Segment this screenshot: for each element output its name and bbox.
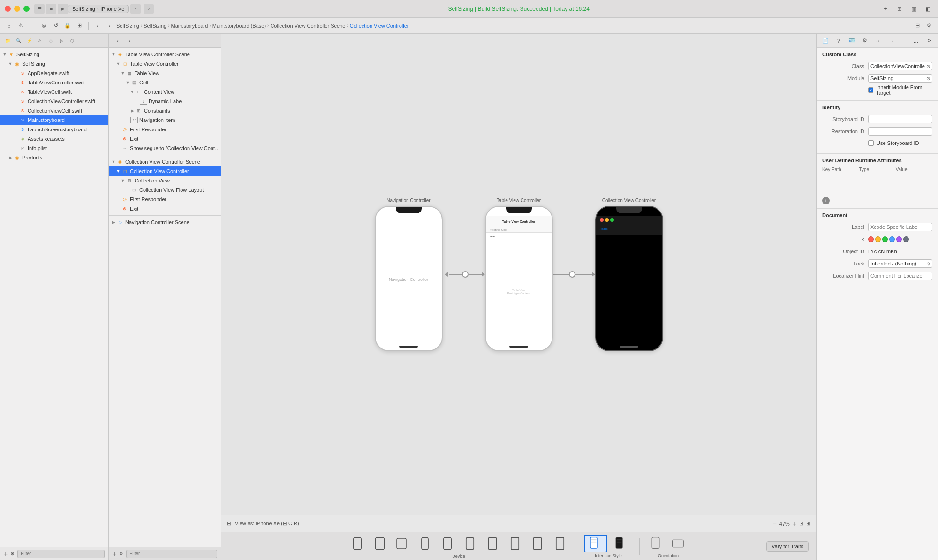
identity-inspector-icon[interactable]: 🪪 (847, 36, 857, 46)
size-inspector-icon[interactable]: ↔ (873, 36, 883, 46)
tree-group-selfsizing[interactable]: ▼ ▼ SelfSizing (0, 50, 108, 59)
device-btn-7[interactable] (482, 534, 503, 553)
back-button[interactable]: ‹ Back (600, 227, 608, 230)
tree-first-responder-2[interactable]: ◎ First Responder (109, 195, 221, 204)
interface-style-dark-btn[interactable] (609, 535, 633, 552)
use-storyboard-checkbox[interactable] (868, 140, 874, 146)
quick-help-icon[interactable]: ? (833, 36, 844, 46)
orientation-portrait-btn[interactable] (646, 535, 665, 552)
filter-magnify-icon[interactable]: ⚙ (119, 551, 123, 556)
nav-forward-icon[interactable]: › (104, 21, 114, 31)
source-nav-icon[interactable]: ⚡ (24, 36, 34, 45)
back-icon[interactable]: ‹ (130, 4, 141, 14)
inspector-toggle-icon[interactable]: ⊟ (912, 21, 923, 31)
device-btn-1[interactable] (347, 534, 368, 553)
gear-icon[interactable]: ⚙ (924, 21, 934, 31)
tree-file-tableviewcell[interactable]: S TableViewCell.swift (0, 87, 108, 97)
test-nav-icon[interactable]: ◇ (46, 36, 55, 45)
tree-file-assets[interactable]: ◈ Assets.xcassets (0, 134, 108, 144)
storyboard-id-input[interactable] (868, 115, 932, 123)
home-icon[interactable]: ⌂ (4, 21, 14, 31)
tree-vc-tableview[interactable]: ▼ ◻ Table View Controller (109, 59, 221, 68)
add-scene-icon[interactable]: + (207, 36, 217, 46)
add-scene-btn[interactable]: + (113, 550, 116, 558)
device-btn-8[interactable] (505, 534, 525, 553)
tree-folder-selfsizing[interactable]: ▼ ◉ SelfSizing (0, 59, 108, 68)
tree-file-launchscreen[interactable]: S LaunchScreen.storyboard (0, 125, 108, 134)
device-btn-3[interactable] (392, 534, 413, 553)
label-input[interactable] (868, 223, 932, 231)
sidebar-toggle-btn[interactable]: ☰ (34, 4, 45, 14)
folder-nav-icon[interactable]: 📁 (3, 36, 12, 45)
forward-icon[interactable]: › (144, 4, 154, 14)
class-dropdown[interactable]: CollectionViewControlle ⊙ (868, 62, 932, 70)
issues-nav-icon[interactable]: ⚠ (35, 36, 45, 45)
tree-cell[interactable]: ▼ ▤ Cell (109, 78, 221, 87)
attributes-inspector-icon[interactable]: ⚙ (860, 36, 870, 46)
tree-scene-nav[interactable]: ▶ ▷ Navigation Controller Scene (109, 218, 221, 227)
layout-btn[interactable]: ▥ (908, 3, 919, 15)
warn-icon[interactable]: ⚠ (15, 21, 26, 31)
tree-dynamic-label[interactable]: L Dynamic Label (109, 97, 221, 106)
breadcrumb-file[interactable]: Main.storyboard (171, 23, 208, 29)
tree-file-collectionviewcell[interactable]: S CollectionViewCell.swift (0, 106, 108, 115)
tree-scene-tableview[interactable]: ▼ ◉ Table View Controller Scene (109, 50, 221, 59)
device-btn-6[interactable] (460, 534, 480, 553)
breadcrumb-controller[interactable]: Collection View Controller (350, 23, 409, 29)
inspector-btn[interactable]: ◧ (922, 3, 933, 15)
orientation-landscape-btn[interactable] (667, 535, 690, 552)
tree-file-tableviewcontroller[interactable]: S TableViewController.swift (0, 78, 108, 87)
vary-for-traits-btn[interactable]: Vary for Traits (766, 541, 809, 552)
color-dot-red[interactable] (868, 236, 874, 242)
filter-icon[interactable]: ⚙ (10, 551, 15, 556)
storyboard-forward-icon[interactable]: › (124, 36, 135, 46)
add-attribute-btn[interactable]: + (822, 197, 830, 204)
color-dot-yellow[interactable] (875, 236, 881, 242)
filter-icon[interactable]: ≡ (27, 21, 38, 31)
tree-exit-2[interactable]: ⊗ Exit (109, 204, 221, 213)
tree-nav-item[interactable]: C Navigation Item (109, 115, 221, 125)
device-btn-9[interactable] (527, 534, 548, 553)
add-btn[interactable]: + (880, 3, 891, 15)
tree-vc-collectionview[interactable]: ▼ ◻ Collection View Controller (109, 166, 221, 176)
localizer-hint-input[interactable] (868, 272, 932, 280)
tree-first-responder-1[interactable]: ◎ First Responder (109, 125, 221, 134)
compass-icon[interactable]: ◎ (39, 21, 49, 31)
lock-icon[interactable]: 🔒 (62, 21, 73, 31)
color-dot-blue[interactable] (889, 236, 895, 242)
zoom-out-btn[interactable]: − (773, 520, 777, 528)
tree-constraints[interactable]: ▶ ⊞ Constraints (109, 106, 221, 115)
connections-inspector-icon[interactable]: → (886, 36, 896, 46)
device-btn-4[interactable] (415, 534, 435, 553)
color-dot-green[interactable] (882, 236, 888, 242)
tree-file-mainstoryboard[interactable]: S Main.storyboard (0, 115, 108, 125)
restoration-id-input[interactable] (868, 127, 932, 136)
minimize-button[interactable] (14, 6, 20, 12)
interface-style-light-btn[interactable] (584, 535, 607, 552)
inherit-checkbox[interactable]: ✓ (868, 87, 873, 93)
breadcrumb-scene[interactable]: Collection View Controller Scene (270, 23, 345, 29)
maximize-button[interactable] (23, 6, 30, 12)
tree-content-view[interactable]: ▼ □ Content View (109, 87, 221, 97)
tree-collectionview[interactable]: ▼ ⊞ Collection View (109, 176, 221, 185)
breakpoint-nav-icon[interactable]: ⬡ (68, 36, 77, 45)
tree-segue[interactable]: → Show segue to "Collection View Control… (109, 144, 221, 153)
device-btn-10[interactable] (550, 534, 570, 553)
breadcrumb-project[interactable]: SelfSizing (116, 23, 139, 29)
zoom-options-icon[interactable]: ⊞ (806, 521, 810, 527)
split-view-btn[interactable]: ⊞ (894, 3, 905, 15)
breadcrumb-base[interactable]: Main.storyboard (Base) (212, 23, 266, 29)
inspector-right-icon[interactable]: ⊳ (924, 36, 934, 46)
zoom-in-btn[interactable]: + (793, 520, 796, 528)
more-options-icon[interactable]: … (911, 36, 921, 46)
close-button[interactable] (5, 6, 11, 12)
color-dot-purple[interactable] (896, 236, 902, 242)
device-btn-2[interactable] (370, 534, 390, 553)
play-btn[interactable]: ▶ (58, 4, 68, 14)
module-dropdown[interactable]: SelfSizing ⊙ (868, 74, 932, 83)
color-dot-gray[interactable] (903, 236, 909, 242)
tree-scene-collectionview[interactable]: ▼ ◉ Collection View Controller Scene (109, 157, 221, 166)
debug-nav-icon[interactable]: ▷ (57, 36, 66, 45)
canvas-scroll[interactable]: Navigation Controller Navigation Control… (221, 34, 816, 515)
tree-exit-1[interactable]: ⊗ Exit (109, 134, 221, 144)
